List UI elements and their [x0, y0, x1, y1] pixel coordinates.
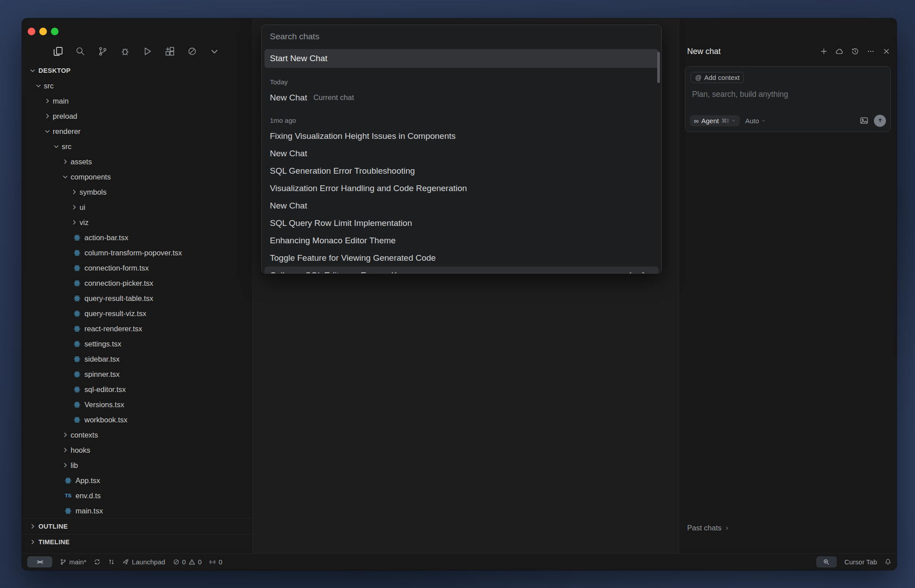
tree-item[interactable]: src: [22, 139, 252, 154]
tree-item[interactable]: viz: [22, 215, 252, 230]
close-panel-icon[interactable]: [882, 47, 890, 55]
tree-item[interactable]: main.tsx: [22, 503, 252, 518]
tree-item[interactable]: renderer: [22, 124, 252, 139]
tree-item[interactable]: spinner.tsx: [22, 367, 252, 382]
remote-indicator-button[interactable]: ><: [27, 556, 52, 567]
tree-item[interactable]: lib: [22, 458, 252, 473]
tree-item[interactable]: src: [22, 78, 252, 93]
tree-item[interactable]: settings.tsx: [22, 336, 252, 351]
model-selector[interactable]: Auto: [745, 117, 766, 125]
quick-pick-item[interactable]: SQL Query Row Limit Implementation: [262, 214, 661, 232]
bell-icon[interactable]: [885, 559, 891, 565]
quick-pick-item[interactable]: SQL Generation Error Troubleshooting: [262, 162, 661, 179]
ports-status[interactable]: 0: [209, 558, 222, 566]
remote-explorer-icon[interactable]: [185, 45, 199, 58]
quick-pick-item[interactable]: Start New Chat: [264, 49, 659, 68]
sync-icon[interactable]: [94, 559, 101, 565]
react-file-icon: [73, 386, 81, 393]
quick-pick-item[interactable]: Collapse SQL Editor on Escape Key: [264, 267, 659, 274]
chat-panel-header: New chat: [687, 45, 890, 58]
maximize-button[interactable]: [51, 28, 59, 35]
tree-item[interactable]: connection-form.tsx: [22, 260, 252, 275]
tree-item-label: main.tsx: [76, 507, 103, 515]
search-icon[interactable]: [74, 45, 87, 58]
chat-input-card[interactable]: @ Add context Plan, search, build anythi…: [685, 66, 891, 132]
tree-item[interactable]: workbook.tsx: [22, 412, 252, 427]
tree-item[interactable]: query-result-table.tsx: [22, 291, 252, 306]
tree-item[interactable]: column-transform-popover.tsx: [22, 245, 252, 260]
agent-mode-selector[interactable]: ∞ Agent ⌘I: [690, 115, 740, 126]
more-views-chevron-icon[interactable]: [208, 45, 221, 58]
cloud-icon[interactable]: [835, 47, 844, 55]
explorer-section-header[interactable]: DESKTOP: [22, 63, 252, 78]
tree-item[interactable]: components: [22, 169, 252, 184]
extensions-icon[interactable]: [163, 45, 176, 58]
debug-icon[interactable]: [118, 45, 132, 58]
compare-changes-icon[interactable]: [108, 559, 115, 565]
tree-item[interactable]: ui: [22, 200, 252, 215]
quick-pick-item[interactable]: New Chat: [262, 197, 661, 214]
explorer-section-outline[interactable]: OUTLINE: [22, 518, 252, 534]
tree-item-label: connection-picker.tsx: [84, 279, 153, 288]
quick-pick-item[interactable]: Toggle Feature for Viewing Generated Cod…: [262, 249, 661, 267]
cursor-tab-status[interactable]: Cursor Tab: [844, 558, 877, 566]
tree-item[interactable]: react-renderer.tsx: [22, 321, 252, 336]
tree-item-label: column-transform-popover.tsx: [84, 249, 182, 257]
zoom-button[interactable]: [816, 556, 837, 567]
tree-item[interactable]: sidebar.tsx: [22, 351, 252, 367]
tree-item[interactable]: main: [22, 93, 252, 108]
source-control-icon[interactable]: [96, 45, 109, 58]
quick-pick-scrollbar[interactable]: [657, 52, 660, 83]
chat-input-placeholder: Plan, search, build anything: [692, 90, 788, 99]
tree-item[interactable]: hooks: [22, 442, 252, 458]
quick-pick-item[interactable]: New ChatCurrent chat: [262, 89, 661, 106]
quick-pick-item-label: New Chat: [270, 93, 307, 103]
tree-item[interactable]: preload: [22, 108, 252, 124]
tree-item[interactable]: query-result-viz.tsx: [22, 306, 252, 321]
launchpad-status[interactable]: Launchpad: [122, 558, 165, 566]
chat-history-icon[interactable]: [851, 47, 859, 55]
new-chat-plus-icon[interactable]: [820, 47, 828, 55]
past-chats-link[interactable]: Past chats: [687, 524, 730, 532]
chevron-down-icon: [34, 82, 42, 89]
tree-item[interactable]: symbols: [22, 184, 252, 200]
explorer-icon[interactable]: [51, 45, 65, 58]
send-button[interactable]: [874, 115, 886, 127]
edit-chat-icon[interactable]: [625, 271, 633, 274]
close-button[interactable]: [28, 28, 35, 35]
react-file-icon: [73, 401, 81, 409]
tree-item[interactable]: action-bar.tsx: [22, 230, 252, 245]
branch-name: main*: [69, 558, 86, 566]
tree-item[interactable]: TSenv.d.ts: [22, 488, 252, 503]
minimize-button[interactable]: [39, 28, 47, 35]
tree-item[interactable]: Versions.tsx: [22, 397, 252, 412]
problems-status[interactable]: 0 0: [173, 558, 202, 566]
errors-count: 0: [182, 558, 186, 566]
tree-item[interactable]: App.tsx: [22, 473, 252, 488]
tree-item[interactable]: sql-editor.tsx: [22, 382, 252, 397]
quick-pick-item[interactable]: Enhancing Monaco Editor Theme: [262, 232, 661, 249]
quick-pick-item[interactable]: Fixing Visualization Height Issues in Co…: [262, 127, 661, 145]
git-branch-status[interactable]: main*: [60, 558, 86, 566]
quick-pick-item-label: New Chat: [270, 149, 307, 158]
tree-item[interactable]: contexts: [22, 427, 252, 442]
desktop-background: { "window": { "traffic_lights": [ {"name…: [0, 0, 915, 588]
tree-item-label: env.d.ts: [76, 492, 101, 500]
delete-chat-icon[interactable]: [639, 271, 647, 274]
add-context-button[interactable]: @ Add context: [691, 72, 744, 83]
tree-item-label: query-result-table.tsx: [84, 294, 153, 303]
quick-pick-item[interactable]: Visualization Error Handling and Code Re…: [262, 179, 661, 197]
tree-item[interactable]: connection-picker.tsx: [22, 275, 252, 291]
quick-pick-list: Start New ChatTodayNew ChatCurrent chat1…: [262, 49, 661, 274]
cursor-tab-label: Cursor Tab: [844, 558, 877, 566]
tree-item-label: contexts: [71, 431, 98, 439]
rocket-icon: [122, 559, 129, 565]
attach-image-button[interactable]: [860, 116, 869, 125]
run-icon[interactable]: [141, 45, 154, 58]
section-label: TIMELINE: [38, 538, 70, 546]
explorer-section-timeline[interactable]: TIMELINE: [22, 534, 252, 550]
tree-item[interactable]: assets: [22, 154, 252, 169]
more-actions-icon[interactable]: [867, 47, 875, 55]
quick-pick-item[interactable]: New Chat: [262, 145, 661, 162]
quick-pick-search-input[interactable]: Search chats: [262, 25, 661, 48]
